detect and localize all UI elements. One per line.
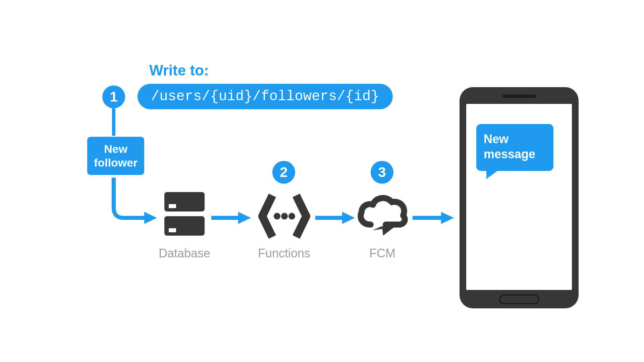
svg-rect-11 <box>169 228 176 232</box>
notification-bubble: New message <box>476 124 553 171</box>
svg-point-13 <box>281 213 288 220</box>
functions-icon <box>258 193 310 240</box>
step-badge-2: 2 <box>272 161 295 184</box>
notification-line2: message <box>484 146 546 162</box>
svg-rect-10 <box>164 216 205 236</box>
new-follower-line1: New <box>94 142 138 156</box>
phone-screen: New message <box>466 104 572 290</box>
phone-device: New message <box>460 87 579 308</box>
svg-marker-5 <box>342 212 355 224</box>
svg-point-14 <box>288 213 295 220</box>
new-follower-box: New follower <box>87 137 144 175</box>
fcm-label: FCM <box>345 246 419 260</box>
notification-line1: New <box>484 131 546 146</box>
database-label: Database <box>148 246 221 260</box>
speech-bubble-tail-icon <box>486 170 499 179</box>
svg-marker-7 <box>441 212 454 224</box>
phone-speaker <box>502 95 536 98</box>
svg-marker-3 <box>238 212 251 224</box>
functions-label: Functions <box>247 246 321 260</box>
step-badge-3: 3 <box>371 161 393 184</box>
svg-rect-8 <box>164 192 205 212</box>
diagram-canvas: Write to: /users/{uid}/followers/{id} 1 … <box>70 44 574 318</box>
phone-home-button <box>499 294 539 304</box>
svg-point-12 <box>274 213 280 220</box>
svg-marker-1 <box>144 212 157 224</box>
new-follower-line2: follower <box>94 156 138 170</box>
fcm-icon <box>356 193 409 240</box>
svg-rect-9 <box>169 204 176 208</box>
database-icon <box>163 189 206 240</box>
